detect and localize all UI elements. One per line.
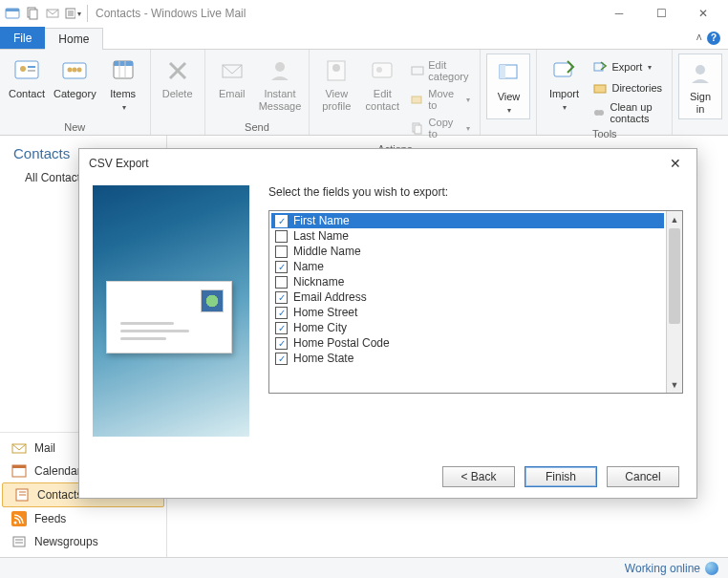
svg-rect-37 [594, 85, 606, 93]
field-label: Nickname [293, 275, 344, 289]
qat-mail-icon[interactable] [44, 5, 61, 22]
help-icon[interactable]: ? [707, 32, 720, 45]
tab-home[interactable]: Home [45, 28, 103, 50]
field-row[interactable]: Nickname [271, 274, 664, 289]
checkbox[interactable]: ✓ [275, 337, 288, 350]
signin-label: Sign in [690, 91, 711, 115]
import-button[interactable]: Import▾ [543, 54, 585, 114]
back-button[interactable]: < Back [442, 466, 515, 487]
export-icon [592, 59, 608, 75]
svg-rect-27 [373, 63, 392, 77]
edit-category-button[interactable]: Edit category [407, 57, 474, 84]
edit-contact-button[interactable]: Edit contact [361, 54, 403, 114]
group-name-signin [699, 121, 702, 133]
maximize-button[interactable]: ☐ [640, 0, 682, 27]
newsgroups-icon [11, 534, 27, 549]
svg-rect-47 [11, 511, 27, 526]
globe-icon [705, 562, 718, 575]
field-row[interactable]: ✓First Name [271, 213, 664, 228]
copy-to-button[interactable]: Copy to▾ [407, 115, 474, 141]
signin-button[interactable]: Sign in [678, 54, 722, 119]
checkbox[interactable] [275, 246, 288, 258]
field-row[interactable]: Last Name [271, 228, 664, 244]
dialog-titlebar: CSV Export ✕ [79, 149, 696, 178]
scroll-up-icon[interactable]: ▲ [667, 211, 682, 227]
nav-newsgroups[interactable]: Newsgroups [0, 530, 166, 553]
tab-file[interactable]: File [0, 27, 45, 49]
nav-feeds-label: Feeds [34, 512, 66, 525]
email-icon [217, 55, 247, 86]
field-row[interactable]: ✓Home State [271, 351, 664, 366]
field-row[interactable]: ✓Home City [271, 320, 664, 335]
collapse-ribbon-icon[interactable]: ᐱ [696, 33, 701, 42]
app-menu-button[interactable] [4, 5, 21, 22]
nav-contacts-label: Contacts [37, 488, 82, 502]
finish-button[interactable]: Finish [525, 466, 597, 487]
nav-feeds[interactable]: Feeds [0, 507, 166, 530]
svg-rect-3 [30, 10, 37, 19]
checkbox[interactable]: ✓ [275, 307, 288, 319]
delete-button[interactable]: Delete [157, 54, 199, 102]
checkbox[interactable] [275, 276, 288, 289]
ribbon-group-actions: View profile Edit contact Edit category … [310, 50, 481, 135]
qat-list-icon[interactable]: ▾ [64, 5, 81, 22]
status-text: Working online [625, 562, 700, 575]
email-button[interactable]: Email [211, 54, 253, 102]
svg-rect-18 [114, 61, 133, 66]
scroll-down-icon[interactable]: ▼ [667, 376, 682, 393]
folder-arrow-icon [411, 92, 424, 107]
field-row[interactable]: Middle Name [271, 244, 664, 259]
cancel-button[interactable]: Cancel [607, 466, 679, 487]
export-button[interactable]: Export▾ [589, 57, 666, 76]
import-icon [548, 55, 579, 86]
category-button[interactable]: Category [52, 54, 98, 102]
scroll-thumb[interactable] [669, 228, 680, 324]
contact-button[interactable]: Contact [6, 54, 48, 102]
fields-list[interactable]: ✓First NameLast NameMiddle Name✓NameNick… [269, 211, 666, 393]
ribbon-help: ᐱ ? [687, 27, 728, 49]
checkbox[interactable] [275, 230, 288, 243]
group-name-new: New [64, 121, 85, 133]
dialog-close-button[interactable]: ✕ [664, 152, 687, 175]
group-name-view [507, 121, 510, 133]
directories-label: Directories [611, 82, 662, 94]
view-button[interactable]: View▾ [486, 54, 530, 119]
close-button[interactable]: ✕ [682, 0, 724, 27]
svg-point-26 [332, 64, 340, 72]
cleanup-button[interactable]: Clean up contacts [589, 99, 666, 126]
delete-label: Delete [162, 88, 193, 100]
field-row[interactable]: ✓Home Postal Code [271, 335, 664, 351]
divider [87, 5, 88, 22]
qat-copy-icon[interactable] [24, 5, 41, 22]
calendar-icon [11, 463, 27, 479]
delete-icon [162, 55, 193, 86]
chevron-down-icon: ▾ [77, 10, 81, 18]
directories-button[interactable]: Directories [589, 78, 666, 97]
ribbon: Contact Category Items▾ New Delete [0, 50, 728, 136]
category-icon [59, 55, 90, 86]
email-label: Email [219, 88, 246, 100]
checkbox[interactable]: ✓ [275, 291, 288, 304]
checkbox[interactable]: ✓ [275, 322, 288, 334]
view-profile-button[interactable]: View profile [315, 54, 357, 114]
minimize-button[interactable]: ─ [598, 0, 640, 27]
items-button[interactable]: Items▾ [102, 54, 144, 114]
checkbox[interactable]: ✓ [275, 215, 288, 227]
checkbox[interactable]: ✓ [275, 261, 288, 273]
checkbox[interactable]: ✓ [275, 353, 288, 365]
import-label: Import▾ [549, 88, 579, 112]
field-row[interactable]: ✓Email Address [271, 289, 664, 305]
instant-message-button[interactable]: Instant Message [257, 54, 304, 114]
items-label: Items▾ [110, 88, 136, 112]
person-icon [265, 55, 295, 86]
move-to-button[interactable]: Move to▾ [407, 86, 474, 113]
csv-export-dialog: CSV Export ✕ Select the fields you wish … [78, 148, 697, 499]
field-row[interactable]: ✓Name [271, 259, 664, 274]
svg-rect-12 [28, 70, 35, 72]
edit-contact-label: Edit contact [366, 88, 399, 112]
scrollbar[interactable]: ▲ ▼ [666, 211, 682, 393]
svg-point-16 [77, 68, 82, 73]
ribbon-group-send: Email Instant Message Send [205, 50, 310, 135]
svg-rect-29 [412, 67, 423, 75]
field-row[interactable]: ✓Home Street [271, 305, 664, 320]
